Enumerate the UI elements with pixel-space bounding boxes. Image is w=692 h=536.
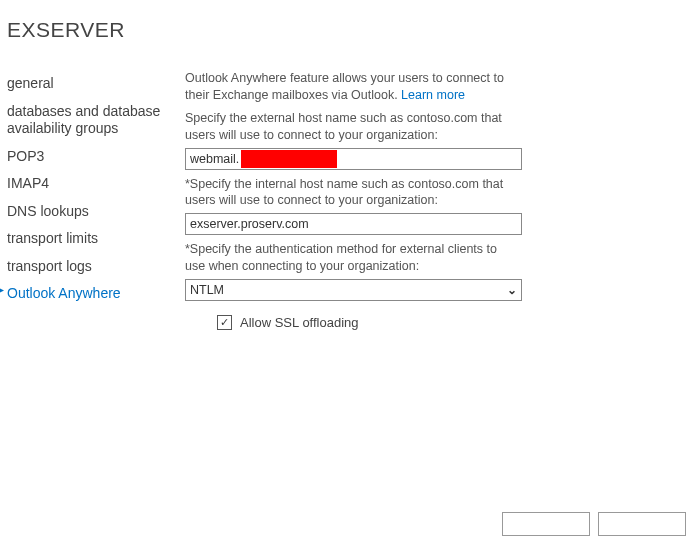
external-host-label: Specify the external host name such as c… [185, 110, 518, 144]
sidebar-item-pop3[interactable]: POP3 [7, 143, 185, 171]
sidebar-item-dns-lookups[interactable]: DNS lookups [7, 198, 185, 226]
external-host-input-wrap [185, 148, 522, 170]
ssl-offloading-row: ✓ Allow SSL offloading [185, 315, 518, 330]
main-panel: Outlook Anywhere feature allows your use… [185, 70, 550, 330]
auth-method-label: *Specify the authentication method for e… [185, 241, 518, 275]
auth-method-value: NTLM [190, 283, 224, 297]
sidebar-item-general[interactable]: general [7, 70, 185, 98]
sidebar-item-databases[interactable]: databases and database availability grou… [7, 98, 185, 143]
chevron-down-icon: ⌄ [507, 283, 517, 297]
internal-host-label: *Specify the internal host name such as … [185, 176, 518, 210]
sidebar-item-transport-limits[interactable]: transport limits [7, 225, 185, 253]
sidebar-item-transport-logs[interactable]: transport logs [7, 253, 185, 281]
content-layout: general databases and database availabil… [0, 70, 692, 330]
footer-button-1[interactable] [502, 512, 590, 536]
ssl-offloading-label: Allow SSL offloading [240, 315, 359, 330]
sidebar-item-imap4[interactable]: IMAP4 [7, 170, 185, 198]
page-title: EXSERVER [0, 0, 692, 42]
internal-host-input[interactable] [185, 213, 522, 235]
internal-host-input-wrap [185, 213, 522, 235]
intro-text: Outlook Anywhere feature allows your use… [185, 70, 518, 104]
learn-more-link[interactable]: Learn more [401, 88, 465, 102]
redacted-region [241, 150, 337, 168]
ssl-offloading-checkbox[interactable]: ✓ [217, 315, 232, 330]
sidebar-item-outlook-anywhere[interactable]: Outlook Anywhere [7, 280, 185, 308]
sidebar: general databases and database availabil… [0, 70, 185, 330]
auth-method-select[interactable]: NTLM ⌄ [185, 279, 522, 301]
footer-button-2[interactable] [598, 512, 686, 536]
footer-buttons [502, 508, 692, 536]
external-host-input[interactable] [185, 148, 522, 170]
